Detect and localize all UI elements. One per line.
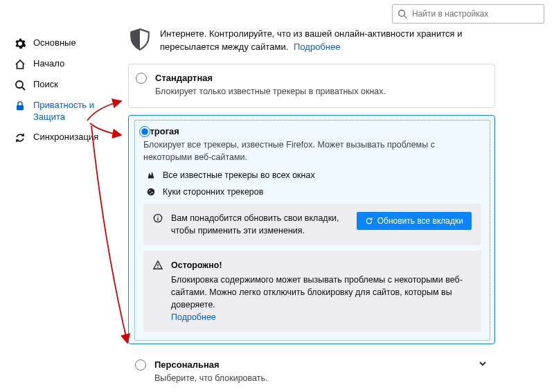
- svg-point-2: [16, 81, 23, 88]
- svg-point-7: [152, 192, 153, 193]
- protection-level-custom[interactable]: Персональная Выберите, что блокировать.: [128, 351, 495, 388]
- svg-point-5: [148, 188, 155, 196]
- reload-btn-label: Обновить все вкладки: [377, 216, 463, 226]
- svg-line-1: [404, 16, 407, 19]
- protection-radio-custom[interactable]: [135, 359, 146, 371]
- strict-feat-cookies: Куки сторонних трекеров: [146, 187, 481, 197]
- sidebar-item-label: Начало: [33, 58, 64, 70]
- sidebar-item-general[interactable]: Основные: [0, 33, 111, 54]
- sidebar-item-label: Основные: [33, 37, 76, 49]
- search-container: [392, 4, 544, 24]
- svg-point-13: [157, 267, 159, 269]
- info-icon: [153, 213, 163, 223]
- protection-level-standard[interactable]: Стандартная Блокирует только известные т…: [128, 64, 495, 109]
- chevron-down-icon[interactable]: [479, 359, 487, 368]
- card-desc: Блокирует все трекеры, известные Firefox…: [143, 139, 481, 163]
- search-icon: [14, 79, 26, 91]
- reload-notice-box: Вам понадобится обновить свои вкладки, ч…: [143, 204, 481, 245]
- feat-label: Куки сторонних трекеров: [163, 187, 263, 197]
- strict-feature-list: Все известные трекеры во всех окнах Куки…: [143, 170, 481, 197]
- reload-all-tabs-button[interactable]: Обновить все вкладки: [357, 212, 472, 230]
- sidebar-item-label: Приватность и Защита: [33, 100, 104, 123]
- sidebar: Основные Начало Поиск Приватность и Защи…: [0, 33, 111, 148]
- card-title: Строгая: [143, 126, 481, 136]
- sidebar-item-privacy[interactable]: Приватность и Защита: [0, 96, 111, 127]
- sidebar-item-sync[interactable]: Синхронизация: [0, 127, 111, 148]
- lock-icon: [14, 100, 26, 112]
- warning-box: Осторожно! Блокировка содержимого может …: [143, 251, 481, 332]
- svg-point-11: [157, 215, 158, 216]
- search-input[interactable]: [392, 4, 544, 24]
- cookie-icon: [146, 187, 156, 197]
- sidebar-item-label: Синхронизация: [33, 132, 98, 143]
- protection-level-strict[interactable]: Строгая Блокирует все трекеры, известные…: [128, 115, 495, 344]
- shield-icon: [128, 28, 152, 51]
- card-desc: Блокирует только известные трекеры в при…: [155, 86, 483, 98]
- warning-text: Блокировка содержимого может вызывать пр…: [171, 275, 463, 310]
- warning-learn-more-link[interactable]: Подробнее: [171, 312, 216, 322]
- card-desc: Выберите, что блокировать.: [154, 373, 484, 385]
- protection-radio-strict[interactable]: [139, 126, 150, 137]
- intro-block: Интернете. Контролируйте, что из вашей о…: [128, 28, 495, 54]
- svg-point-0: [399, 10, 405, 17]
- sidebar-item-search[interactable]: Поиск: [0, 75, 111, 96]
- main-content: Интернете. Контролируйте, что из вашей о…: [128, 28, 495, 392]
- strict-feat-trackers: Все известные трекеры во всех окнах: [146, 170, 481, 180]
- sync-icon: [14, 132, 26, 144]
- warning-title: Осторожно!: [171, 259, 472, 271]
- intro-learn-more-link[interactable]: Подробнее: [294, 42, 340, 52]
- reload-notice-text: Вам понадобится обновить свои вкладки, ч…: [171, 212, 348, 237]
- sidebar-item-home[interactable]: Начало: [0, 54, 111, 75]
- svg-rect-4: [17, 105, 24, 110]
- gear-icon: [14, 37, 26, 50]
- sidebar-item-label: Поиск: [33, 79, 58, 91]
- speed-icon: [146, 170, 156, 180]
- svg-point-8: [150, 193, 151, 195]
- svg-line-3: [22, 87, 25, 90]
- warning-icon: [153, 260, 163, 270]
- intro-text: Интернете. Контролируйте, что из вашей о…: [160, 28, 495, 54]
- feat-label: Все известные трекеры во всех окнах: [163, 170, 315, 180]
- svg-point-6: [149, 190, 150, 192]
- protection-radio-standard[interactable]: [136, 73, 147, 84]
- home-icon: [14, 58, 26, 71]
- search-icon: [397, 9, 407, 19]
- card-title: Стандартная: [155, 73, 483, 83]
- reload-icon: [365, 217, 373, 225]
- card-title: Персональная: [154, 359, 484, 370]
